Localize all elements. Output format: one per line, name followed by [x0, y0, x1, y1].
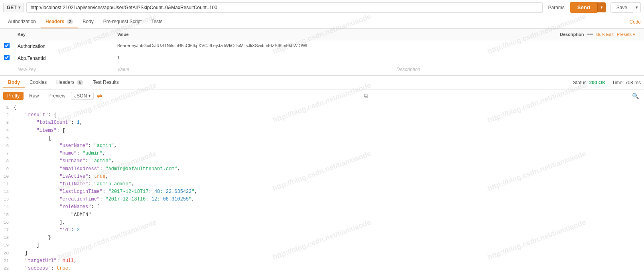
method-label: GET — [7, 5, 17, 10]
line-number: 17 — [0, 226, 13, 234]
tab-prerequest[interactable]: Pre-request Script — [98, 16, 147, 28]
response-toolbar: Body Cookies Headers 6 Test Results Stat… — [0, 76, 644, 89]
presets-button[interactable]: Presets ▾ — [617, 32, 635, 37]
send-dropdown-button[interactable]: ▾ — [597, 2, 606, 12]
line-content: "fullName": "admin admin", — [13, 181, 644, 188]
list-item: 7 "name": "admin", — [0, 150, 644, 157]
fmt-pretty-button[interactable]: Pretty — [3, 92, 24, 100]
resp-tab-testresults[interactable]: Test Results — [88, 77, 124, 88]
bulk-edit-button[interactable]: Bulk Edit — [596, 32, 613, 37]
url-input[interactable] — [26, 2, 543, 13]
list-item: 14 "roleNames": [ — [0, 203, 644, 211]
row-checkbox-cell — [0, 52, 14, 64]
line-number: 5 — [0, 135, 13, 142]
tab-body[interactable]: Body — [78, 16, 98, 28]
tab-body-label: Body — [83, 19, 93, 24]
copy-button[interactable]: ⧉ — [362, 91, 370, 100]
line-content: } — [13, 234, 644, 242]
headers-table: Key Value Description ••• Bulk Edit Pres… — [0, 29, 644, 75]
line-number: 9 — [0, 165, 13, 173]
line-content: "totalCount": 1, — [13, 119, 644, 127]
line-content: { — [13, 104, 644, 111]
params-button[interactable]: Params — [545, 3, 568, 12]
tab-headers-label: Headers — [45, 19, 64, 24]
tab-tests[interactable]: Tests — [146, 16, 167, 28]
list-item: 8 "surname": "admin", — [0, 157, 644, 165]
line-number: 22 — [0, 265, 13, 270]
save-button[interactable]: Save — [611, 2, 633, 13]
list-item: 17 "id": 2 — [0, 226, 644, 234]
more-options-button[interactable]: ••• — [587, 31, 593, 38]
resp-tab-headers-label: Headers — [56, 79, 74, 85]
row-checkbox[interactable] — [4, 55, 10, 60]
resp-tab-headers[interactable]: Headers 6 — [51, 77, 88, 88]
list-item: 3 "totalCount": 1, — [0, 119, 644, 127]
line-number: 20 — [0, 250, 13, 257]
line-number: 8 — [0, 157, 13, 165]
list-item: 13 "creationTime": "2017-12-18T16: 12: 0… — [0, 196, 644, 203]
search-button[interactable]: 🔍 — [630, 92, 641, 100]
tab-headers[interactable]: Headers 2 — [41, 16, 78, 28]
th-checkbox — [0, 29, 14, 40]
line-number: 3 — [0, 119, 13, 127]
wrap-button[interactable]: ⇌ — [97, 92, 102, 99]
header-desc-cell — [392, 52, 644, 64]
send-button[interactable]: Send — [570, 2, 597, 13]
header-value: Bearer eyJhbGciOiJIUzI1NiIsInR5cCI6IkpXV… — [117, 43, 311, 48]
line-content: "emailAddress": "admin@defaulttenant.com… — [13, 165, 644, 173]
line-content: ] — [13, 242, 644, 249]
line-content: "roleNames": [ — [13, 203, 644, 211]
line-number: 10 — [0, 173, 13, 181]
new-key-placeholder: New key — [18, 67, 36, 72]
fmt-raw-button[interactable]: Raw — [25, 92, 43, 100]
tab-authorization[interactable]: Authorization — [3, 16, 41, 28]
new-desc-placeholder: Description — [396, 67, 420, 72]
list-item: 11 "fullName": "admin admin", — [0, 181, 644, 188]
method-chevron-icon: ▾ — [18, 5, 20, 10]
th-key: Key — [14, 29, 113, 40]
th-value: Value — [113, 29, 392, 40]
header-value: 1 — [117, 55, 120, 60]
send-btn-group: Send ▾ — [570, 2, 606, 13]
status-info: Status: 200 OK Time: 708 ms — [573, 80, 641, 85]
resp-tab-testresults-label: Test Results — [93, 79, 119, 85]
tab-headers-badge: 2 — [67, 19, 73, 24]
line-number: 2 — [0, 111, 13, 119]
list-item: 12 "lastLoginTime": "2017-12-18T17: 48: … — [0, 188, 644, 196]
format-toolbar: Pretty Raw Preview JSON ▾ ⇌ ⧉ 🔍 — [0, 89, 644, 102]
header-desc-cell — [392, 40, 644, 52]
method-select[interactable]: GET ▾ — [3, 3, 24, 12]
line-content: "items": [ — [13, 127, 644, 135]
list-item: 16 ], — [0, 219, 644, 226]
resp-tab-body[interactable]: Body — [3, 77, 25, 88]
line-number: 19 — [0, 242, 13, 249]
code-link[interactable]: Code — [629, 19, 641, 25]
new-header-row: New key Value Description — [0, 64, 644, 75]
line-content: "creationTime": "2017-12-18T16: 12: 08.3… — [13, 196, 644, 203]
resp-tab-headers-badge: 6 — [77, 80, 83, 85]
line-content: "ADMIN" — [13, 211, 644, 219]
line-content: { — [13, 135, 644, 142]
table-row: Abp.TenantId 1 — [0, 52, 644, 64]
line-number: 11 — [0, 181, 13, 188]
list-item: 4 "items": [ — [0, 127, 644, 135]
status-value: 200 OK — [589, 80, 605, 85]
time-label: Time: 708 ms — [612, 80, 641, 85]
line-content: "success": true, — [13, 265, 644, 270]
line-content: "lastLoginTime": "2017-12-18T17: 48: 22.… — [13, 188, 644, 196]
json-response-code: 1{2 "result": {3 "totalCount": 1,4 "item… — [0, 102, 644, 270]
json-format-select[interactable]: JSON ▾ — [71, 92, 94, 100]
tab-prerequest-label: Pre-request Script — [103, 19, 142, 24]
time-value: 708 ms — [625, 80, 641, 85]
fmt-preview-button[interactable]: Preview — [44, 92, 69, 100]
tab-authorization-label: Authorization — [8, 19, 36, 24]
resp-tab-cookies[interactable]: Cookies — [25, 77, 51, 88]
line-content: "surname": "admin", — [13, 157, 644, 165]
row-checkbox-cell — [0, 40, 14, 52]
header-key-cell: Authorization — [14, 40, 113, 52]
list-item: 1{ — [0, 104, 644, 111]
new-value-placeholder: Value — [117, 67, 129, 72]
row-checkbox[interactable] — [4, 43, 10, 48]
save-dropdown-button[interactable]: ▾ — [633, 2, 641, 12]
line-number: 6 — [0, 142, 13, 150]
